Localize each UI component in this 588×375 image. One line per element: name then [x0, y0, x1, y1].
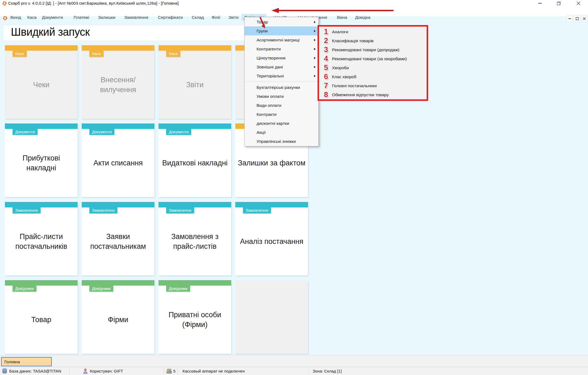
- menu-item-label: Управлінські знижки: [257, 139, 296, 144]
- page-title: Швидкий запуск: [11, 26, 90, 38]
- menu-item-label: дисконтні картки: [257, 121, 289, 126]
- app-window: Скарб pro v. 4.0.0.2 [ІД: ] - [Апт №003 …: [0, 0, 588, 375]
- status-separator: [69, 368, 70, 375]
- menu-filii[interactable]: Філії: [212, 15, 220, 20]
- restore-icon: [557, 2, 560, 5]
- minimize-icon: [538, 3, 542, 4]
- menu-item-kontrakty[interactable]: Контракти: [245, 110, 318, 119]
- menu-item-buhgalterski-rahunky[interactable]: Бухгалтерські рахунки: [245, 83, 318, 92]
- tile-empty-slot: [235, 280, 308, 354]
- tile-group-bar: [82, 280, 154, 286]
- title-bar: Скарб pro v. 4.0.0.2 [ІД: ] - [Апт №003 …: [0, 0, 588, 7]
- menu-sklad[interactable]: Склад: [192, 15, 204, 20]
- menu-zvity[interactable]: Звіти: [229, 15, 239, 20]
- child-close-icon: [583, 17, 586, 20]
- tile-label: Внесення/вилучення: [84, 51, 152, 119]
- cash-register-icon: [166, 368, 172, 374]
- menu-platezhi[interactable]: Платежі: [74, 15, 89, 20]
- window-title: Скарб pro v. 4.0.0.2 [ІД: ] - [Апт №003 …: [8, 1, 179, 5]
- menu-item-upravlinski-znyzhky[interactable]: Управлінські знижки: [245, 137, 318, 146]
- tile-prybutkovi-nakladni[interactable]: Документи Прибуткові накладні: [5, 123, 78, 197]
- menu-item-dyskontni-kartky[interactable]: дисконтні картки: [245, 119, 318, 128]
- annotation-red-box: [318, 25, 428, 101]
- child-close-button[interactable]: [581, 15, 588, 22]
- status-separator: [309, 368, 309, 375]
- restore-button[interactable]: [552, 0, 565, 7]
- tile-group-bar: [159, 45, 231, 51]
- tile-group-bar: [5, 202, 78, 207]
- tile-firmy[interactable]: Довідники Фірми: [82, 280, 154, 354]
- tile-label: Товар: [7, 286, 75, 354]
- menu-item-zovnishni-dani[interactable]: Зовнішні дані: [245, 62, 318, 71]
- submenu-arrow-icon: [314, 66, 316, 68]
- close-button[interactable]: [572, 0, 585, 7]
- menu-dovidka[interactable]: Довідка: [355, 15, 370, 20]
- tile-pryvatni-osoby[interactable]: Довідники Приватні особи (Фірми): [159, 280, 231, 354]
- tile-group-bar: [159, 123, 231, 129]
- menu-item-asortymentni-matrytsi[interactable]: Асортиментні матриці: [245, 35, 318, 44]
- menu-zamovlennya[interactable]: Замовлення: [124, 15, 148, 20]
- menu-item-kontrahenty[interactable]: Контрагенти: [245, 44, 318, 53]
- menu-kasa[interactable]: Каса: [27, 15, 36, 20]
- tile-group-bar: [5, 45, 78, 51]
- tile-group-bar: [82, 45, 154, 51]
- menu-item-label: Акції: [257, 130, 266, 135]
- status-user: Користувач: GIFT: [90, 369, 123, 373]
- tile-vnesennya-vyluchennya[interactable]: Каса Внесення/вилучення: [82, 45, 154, 119]
- tile-label: [237, 286, 306, 354]
- submenu-arrow-icon: [314, 39, 316, 41]
- tile-zamovlennya-z-prays-lystiv[interactable]: Замовлення Замовлення з прайс-листів: [159, 202, 231, 276]
- submenu-arrow-icon: [314, 57, 316, 59]
- menu-vikna[interactable]: Вікна: [337, 15, 347, 20]
- menu-item-label: Контракти: [257, 112, 276, 117]
- menu-item-tovar[interactable]: Товар: [245, 17, 318, 26]
- tile-label: Акти списання: [84, 129, 152, 197]
- child-restore-button[interactable]: [574, 15, 581, 22]
- tile-group-bar: [159, 280, 231, 286]
- menu-separator: [245, 81, 318, 82]
- submenu-arrow-icon: [314, 48, 316, 50]
- child-minimize-icon: [568, 18, 571, 19]
- menu-item-terytorialni[interactable]: Територіальні: [245, 71, 318, 80]
- menu-item-label: Товар: [257, 20, 268, 25]
- menu-item-hrupy[interactable]: Групи: [245, 26, 318, 35]
- tile-zayavky-postachalnykam[interactable]: Замовлення Заявки постачальникам: [82, 202, 154, 276]
- menu-item-label: Умови оплати: [257, 94, 284, 99]
- tab-holovna[interactable]: Головна: [1, 357, 52, 366]
- tile-group-bar: [5, 280, 78, 286]
- skarb-logo-icon: [2, 1, 7, 6]
- status-cash-count: 5: [173, 369, 175, 373]
- child-restore-icon: [576, 17, 579, 20]
- minimize-button[interactable]: [534, 0, 546, 7]
- tile-vydatkovi-nakladni[interactable]: Документи Видаткові накладні: [159, 123, 231, 197]
- tile-label: Прибуткові накладні: [7, 129, 75, 197]
- tile-zvity[interactable]: Каса Звіти: [159, 45, 231, 119]
- tile-analiz-postachannya[interactable]: Замовлення Аналіз постачання: [235, 202, 308, 276]
- tile-tovar[interactable]: Довідники Товар: [5, 280, 78, 354]
- tile-prays-lysty-postachalnykiv[interactable]: Замовлення Прайс-листи постачальників: [5, 202, 78, 276]
- menu-dokumenty[interactable]: Документи: [42, 15, 63, 20]
- menu-item-label: Види оплати: [257, 103, 281, 108]
- menu-vyhid[interactable]: Вихід: [10, 15, 21, 20]
- status-separator: [178, 368, 178, 375]
- tile-label: Замовлення з прайс-листів: [161, 207, 229, 276]
- menu-item-tsinoutvorennya[interactable]: Ціноутворення: [245, 53, 318, 62]
- menu-sertyfikaty[interactable]: Сертифікати: [158, 15, 183, 20]
- tile-label: Чеки: [7, 51, 75, 119]
- tile-label: Фірми: [84, 286, 152, 354]
- tile-cheky[interactable]: Каса Чеки: [5, 45, 78, 119]
- child-minimize-button[interactable]: [566, 15, 573, 22]
- menu-item-label: Зовнішні дані: [257, 65, 283, 69]
- menu-item-umovy-oplaty[interactable]: Умови оплати: [245, 92, 318, 101]
- tile-akty-spysannya[interactable]: Документи Акти списання: [82, 123, 154, 197]
- close-icon: [577, 1, 580, 5]
- status-cash-status: Кассовый аппарат не подключен: [182, 369, 245, 373]
- tile-group-bar: [82, 202, 154, 207]
- menu-item-aktsii[interactable]: Акції: [245, 128, 318, 137]
- menu-bar: Вихід Каса Документи Платежі Залишки Зам…: [0, 7, 588, 16]
- menu-zalyshky[interactable]: Залишки: [98, 15, 115, 20]
- tile-label: Звіти: [161, 51, 229, 119]
- menu-item-vydy-oplaty[interactable]: Види оплати: [245, 101, 318, 110]
- tile-label: Заявки постачальникам: [84, 207, 152, 276]
- status-database: База даних: TASA3@TITAN: [9, 369, 61, 373]
